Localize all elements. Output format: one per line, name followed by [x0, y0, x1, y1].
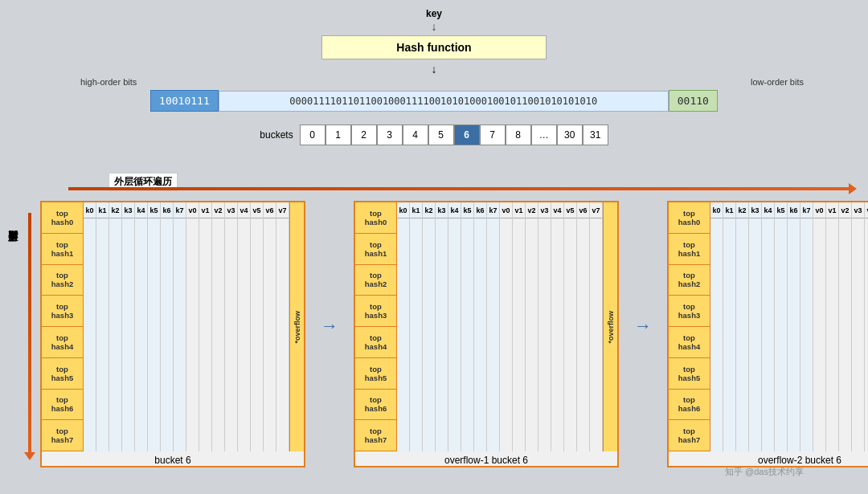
key-col-v4: v4 — [551, 202, 564, 451]
key-col-v7: v7 — [590, 202, 603, 451]
overflow-col-0: *overflow — [289, 202, 304, 451]
low-bits: 00110 — [669, 90, 718, 112]
key-col-k0: k0 — [710, 202, 723, 451]
tophash-cell-1-3: top hash3 — [355, 296, 396, 327]
bucket-label-1: overflow-1 bucket 6 — [355, 455, 617, 466]
bucket-cell-31: 31 — [583, 125, 608, 145]
bucket-box-0: top hash0top hash1top hash2top hash3top … — [40, 201, 305, 467]
key-col-k5: k5 — [775, 202, 788, 451]
tophash-cell-2-5: top hash5 — [669, 358, 710, 390]
bucket-cell-1: 1 — [326, 125, 351, 145]
key-label: key — [16, 8, 852, 19]
bucket-cell-2: 2 — [351, 125, 377, 145]
overflow-col-1: *overflow — [603, 202, 617, 451]
outer-loop-section: 外层循环遍历 — [44, 173, 852, 197]
tophash-cell-1-4: top hash4 — [355, 327, 396, 358]
key-col-v7: v7 — [276, 202, 289, 451]
key-col-v1: v1 — [513, 202, 526, 451]
key-col-v0: v0 — [813, 202, 826, 451]
key-col-k7: k7 — [800, 202, 813, 451]
key-col-v6: v6 — [264, 202, 276, 451]
key-col-v5: v5 — [251, 202, 264, 451]
key-arrow-down: ↓ — [16, 21, 852, 32]
tophash-cell-0-3: top hash3 — [42, 296, 83, 327]
watermark: 知乎 @das技术约享 — [725, 466, 804, 478]
bucket-cell-8: 8 — [506, 125, 531, 145]
key-col-k6: k6 — [474, 202, 487, 451]
tophash-cell-1-2: top hash2 — [355, 265, 396, 296]
key-col-v5: v5 — [564, 202, 577, 451]
bucket-cell-3: 3 — [377, 125, 403, 145]
key-col-k6: k6 — [788, 202, 800, 451]
connect-arrow-2: → — [635, 316, 651, 337]
bucket-cell-…: … — [531, 125, 557, 145]
connect-arrow-1: → — [321, 316, 338, 337]
key-col-v2: v2 — [212, 202, 225, 451]
tophash-cell-0-4: top hash4 — [42, 327, 83, 358]
key-col-k5: k5 — [148, 202, 161, 451]
bucket-cell-30: 30 — [557, 125, 583, 145]
tophash-cell-2-7: top hash7 — [669, 420, 710, 451]
key-col-k3: k3 — [122, 202, 135, 451]
key-col-v3: v3 — [852, 202, 865, 451]
key-col-k3: k3 — [749, 202, 762, 451]
bucket-cell-6: 6 — [454, 125, 480, 145]
bits-row: 10010111 0000111101101100100011110010101… — [32, 90, 836, 112]
bucket-label-0: bucket 6 — [42, 455, 304, 466]
hash-function-box: Hash function — [321, 35, 547, 59]
key-col-k4: k4 — [448, 202, 461, 451]
key-col-v2: v2 — [526, 202, 538, 451]
tophash-cell-2-4: top hash4 — [669, 327, 710, 358]
key-col-k1: k1 — [410, 202, 423, 451]
key-col-k2: k2 — [109, 202, 122, 451]
key-col-k2: k2 — [423, 202, 436, 451]
bucket-cell-4: 4 — [403, 125, 428, 145]
tophash-cell-0-5: top hash5 — [42, 358, 83, 390]
bucket-cell-0: 0 — [300, 125, 326, 145]
bucket-label-2: overflow-2 bucket 6 — [669, 455, 868, 466]
bucket-cell-5: 5 — [428, 125, 454, 145]
bucket-cell-7: 7 — [480, 125, 506, 145]
bottom-section: top hash0top hash1top hash2top hash3top … — [40, 201, 852, 467]
key-col-v3: v3 — [538, 202, 551, 451]
key-col-k4: k4 — [762, 202, 775, 451]
key-col-v2: v2 — [839, 202, 852, 451]
inner-arrow-vertical — [28, 213, 31, 454]
bucket-box-2: top hash0top hash1top hash2top hash3top … — [667, 201, 868, 467]
key-col-k7: k7 — [174, 202, 186, 451]
tophash-cell-2-1: top hash1 — [669, 234, 710, 265]
tophash-cell-1-7: top hash7 — [355, 420, 396, 451]
high-order-label: high-order bits — [80, 77, 137, 87]
tophash-cell-0-0: top hash0 — [42, 202, 83, 234]
key-col-v0: v0 — [186, 202, 199, 451]
key-col-k2: k2 — [736, 202, 749, 451]
low-order-label: low-order bits — [751, 77, 804, 87]
key-col-v0: v0 — [500, 202, 513, 451]
tophash-cell-1-0: top hash0 — [355, 202, 396, 234]
key-col-v1: v1 — [826, 202, 839, 451]
tophash-cell-0-2: top hash2 — [42, 265, 83, 296]
outer-arrow — [68, 187, 852, 190]
key-col-k0: k0 — [397, 202, 410, 451]
bucket-box-1: top hash0top hash1top hash2top hash3top … — [354, 201, 619, 467]
key-col-k1: k1 — [723, 202, 736, 451]
buckets-section: buckets 012345678…3031 — [16, 125, 852, 145]
key-col-k5: k5 — [461, 202, 474, 451]
key-col-k6: k6 — [161, 202, 174, 451]
tophash-cell-1-5: top hash5 — [355, 358, 396, 390]
tophash-cell-2-6: top hash6 — [669, 390, 710, 421]
key-col-v3: v3 — [225, 202, 238, 451]
tophash-cell-2-0: top hash0 — [669, 202, 710, 234]
key-col-k4: k4 — [135, 202, 148, 451]
tophash-cell-2-2: top hash2 — [669, 265, 710, 296]
tophash-cell-1-1: top hash1 — [355, 234, 396, 265]
key-col-v6: v6 — [577, 202, 590, 451]
tophash-cell-2-3: top hash3 — [669, 296, 710, 327]
hash-arrow-down2: ↓ — [16, 63, 852, 76]
key-col-k7: k7 — [487, 202, 500, 451]
tophash-cell-0-6: top hash6 — [42, 390, 83, 421]
tophash-cell-0-1: top hash1 — [42, 234, 83, 265]
key-col-v4: v4 — [865, 202, 868, 451]
tophash-cell-1-6: top hash6 — [355, 390, 396, 421]
key-col-v1: v1 — [199, 202, 212, 451]
